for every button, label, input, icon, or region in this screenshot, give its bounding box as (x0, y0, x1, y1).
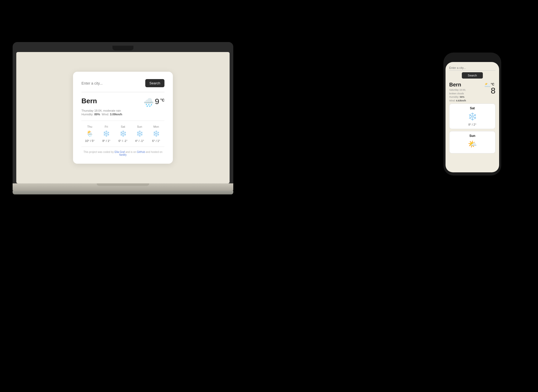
laptop-day-thu-temps: 10° / 5° (85, 139, 94, 142)
laptop-day-sun-icon: ❄️ (136, 130, 143, 137)
laptop-forecast-day-sun: Sun ❄️ 4° / -1° (131, 125, 148, 142)
laptop-day-fri-label: Fri (105, 125, 108, 128)
laptop-weather-card: Search Bern 🌧️ 9 °C Thursday 18:04, mode… (73, 72, 173, 164)
phone-weather-row: Bern Saturday 16:00,broken clouds Humidi… (449, 82, 495, 102)
laptop-day-fri-icon: ❄️ (103, 130, 110, 137)
laptop-day-sat-temps: 6° / -1° (118, 139, 127, 142)
laptop-day-sat-icon: ❄️ (120, 130, 127, 137)
phone-weather-icon-main: 🌥️ (484, 82, 491, 88)
phone-outer: Search Bern Saturday 16:00,broken clouds… (443, 53, 501, 176)
phone-temp-group: °C 8 (491, 82, 495, 95)
laptop-search-row: Search (81, 79, 164, 92)
laptop-temp-display: 🌧️ 9 °C (143, 97, 164, 107)
laptop-base (13, 183, 233, 191)
phone-notch (463, 56, 482, 61)
phone-city-name: Bern (449, 82, 466, 88)
laptop-day-thu-icon: 🌦️ (86, 130, 93, 137)
phone-search-input[interactable] (449, 66, 495, 71)
laptop-foot (13, 191, 233, 194)
laptop-temp-unit: °C (160, 98, 164, 102)
phone-temp-area: 🌥️ °C 8 (484, 82, 495, 95)
phone-device: Search Bern Saturday 16:00,broken clouds… (443, 53, 501, 176)
phone-forecast-sun-icon: 🌤️ (453, 140, 492, 148)
footer-link-netlify[interactable]: Netlify (119, 153, 127, 156)
phone-city-info: Bern Saturday 16:00,broken clouds Humidi… (449, 82, 466, 102)
laptop-weather-details: Humidity: 89% Wind: 3.09km/h (81, 113, 164, 116)
laptop-day-fri-temps: 8° / 1° (102, 139, 110, 142)
laptop-day-sun-temps: 4° / -1° (135, 139, 144, 142)
laptop-humidity-value: 89% (94, 113, 100, 116)
phone-screen: Search Bern Saturday 16:00,broken clouds… (446, 62, 499, 172)
laptop-day-sat-label: Sat (121, 125, 125, 128)
laptop-forecast-day-fri: Fri ❄️ 8° / 1° (98, 125, 115, 142)
phone-temp-unit: °C (491, 82, 494, 86)
phone-humidity-value: 56% (460, 96, 464, 98)
laptop-city-name: Bern (81, 97, 97, 105)
laptop-day-mon-temps: 6° / 1° (152, 139, 160, 142)
laptop-weather-icon-main: 🌧️ (143, 97, 154, 107)
phone-forecast-card-sat: Sat ❄️ 8° / 2° (449, 104, 495, 129)
laptop-day-sun-label: Sun (137, 125, 142, 128)
laptop-forecast-row: Thu 🌦️ 10° / 5° Fri ❄️ 8° / 1° Sat ❄️ 6°… (81, 121, 164, 142)
laptop-city-row: Bern 🌧️ 9 °C (81, 97, 164, 107)
laptop-camera (112, 46, 133, 50)
laptop-wind-value: 3.09km/h (110, 113, 122, 116)
phone-forecast-sat-label: Sat (453, 106, 492, 110)
phone-forecast-sat-temps: 8° / 2° (453, 123, 492, 126)
laptop-weather-desc: Thursday 18:04, moderate rain (81, 109, 164, 112)
laptop-search-input[interactable] (81, 81, 143, 85)
laptop-day-mon-icon: ❄️ (153, 130, 160, 137)
footer-link-github[interactable]: GitHub (137, 151, 145, 153)
laptop-search-button[interactable]: Search (145, 79, 164, 87)
phone-forecast-sun-label: Sun (453, 134, 492, 138)
laptop-temperature: 9 (155, 97, 159, 106)
laptop-footer: This project was coded by Ella Graf and … (81, 147, 164, 156)
laptop-day-thu-label: Thu (87, 125, 92, 128)
laptop-forecast-day-thu: Thu 🌦️ 10° / 5° (81, 125, 98, 142)
laptop-screen-bezel: Search Bern 🌧️ 9 °C Thursday 18:04, mode… (16, 52, 230, 183)
phone-forecast-card-sun: Sun 🌤️ (449, 131, 495, 153)
laptop-forecast-day-mon: Mon ❄️ 6° / 1° (148, 125, 164, 142)
laptop-screen-outer: Search Bern 🌧️ 9 °C Thursday 18:04, mode… (13, 42, 233, 183)
phone-wind-value: 4.63km/h (456, 99, 466, 102)
laptop-day-mon-label: Mon (153, 125, 159, 128)
footer-link-ella[interactable]: Ella Graf (115, 151, 125, 153)
phone-weather-desc: Saturday 16:00,broken clouds Humidity: 5… (449, 88, 466, 102)
phone-temperature: 8 (491, 86, 495, 95)
phone-forecast-sat-icon: ❄️ (453, 112, 492, 121)
phone-search-button[interactable]: Search (462, 72, 483, 79)
laptop-forecast-day-sat: Sat ❄️ 6° / -1° (115, 125, 131, 142)
laptop-device: Search Bern 🌧️ 9 °C Thursday 18:04, mode… (13, 42, 233, 194)
